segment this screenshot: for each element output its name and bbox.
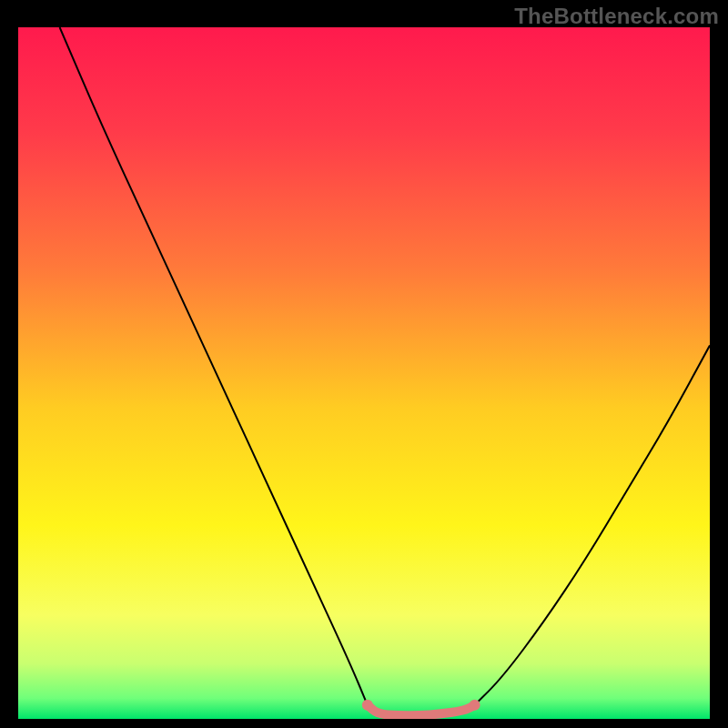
- watermark-text: TheBottleneck.com: [514, 4, 719, 29]
- plot-background: [18, 27, 710, 719]
- chart-frame: [18, 27, 710, 719]
- chart-svg: [18, 27, 710, 719]
- highlight-endpoint: [362, 700, 373, 711]
- highlight-endpoint: [470, 700, 480, 711]
